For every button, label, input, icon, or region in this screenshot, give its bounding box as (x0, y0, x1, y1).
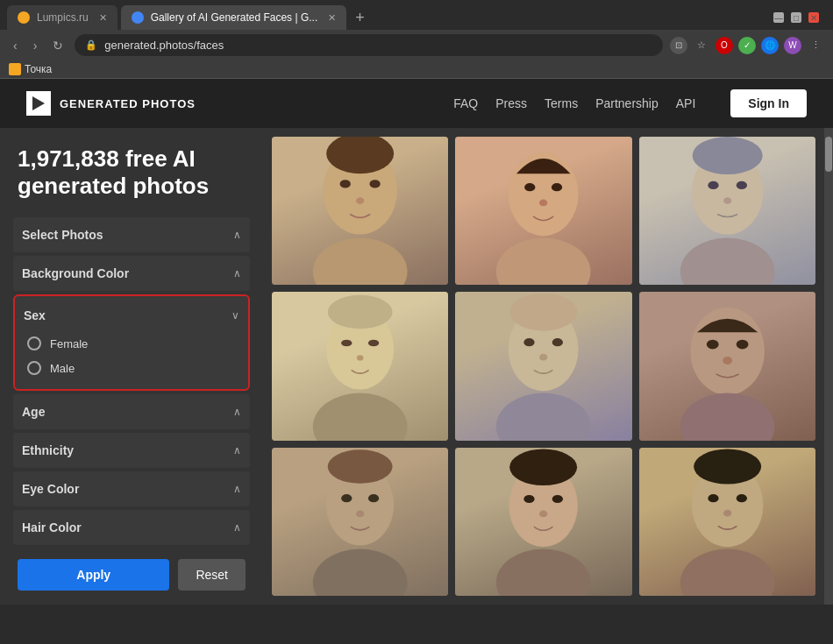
forward-button[interactable]: › (29, 37, 42, 54)
scrollbar[interactable] (824, 128, 833, 605)
svg-point-44 (539, 510, 547, 517)
background-color-chevron: ∧ (233, 267, 241, 280)
svg-point-47 (680, 548, 774, 596)
svg-point-43 (552, 495, 563, 503)
cast-icon[interactable]: ⊡ (670, 37, 687, 54)
bookmark-icon[interactable]: ☆ (693, 37, 710, 54)
tab-favicon-lumpics (18, 11, 30, 24)
app-header: GENERATED PHOTOS FAQ Press Terms Partner… (0, 79, 833, 128)
photo-face-5 (455, 292, 631, 440)
tab-label-generated: Gallery of AI Generated Faces | G... (151, 11, 318, 24)
scroll-thumb[interactable] (825, 137, 832, 172)
photo-cell-8[interactable] (455, 448, 631, 596)
photo-face-2 (455, 137, 631, 285)
tab-lumpics[interactable]: Lumpics.ru ✕ (7, 5, 117, 30)
app-container: GENERATED PHOTOS FAQ Press Terms Partner… (0, 79, 833, 605)
female-radio[interactable] (27, 336, 41, 350)
minimize-button[interactable]: — (773, 12, 784, 23)
opera-icon[interactable]: O (716, 37, 733, 54)
svg-point-2 (340, 180, 351, 188)
svg-point-18 (313, 393, 408, 441)
bookmarks-bar: Точка (0, 60, 833, 79)
svg-point-14 (736, 181, 746, 189)
nav-faq[interactable]: FAQ (453, 96, 478, 110)
photo-cell-7[interactable] (272, 448, 448, 596)
bookmark-tochka[interactable]: Точка (9, 63, 52, 75)
tab-close-lumpics[interactable]: ✕ (99, 12, 107, 24)
eye-color-header[interactable]: Eye Color ∧ (13, 471, 250, 506)
sign-in-button[interactable]: Sign In (730, 89, 807, 117)
svg-point-15 (723, 197, 731, 204)
address-bar[interactable]: 🔒 generated.photos/faces (75, 34, 663, 56)
svg-point-27 (539, 354, 547, 361)
svg-point-9 (552, 183, 562, 191)
male-radio[interactable] (27, 361, 41, 375)
new-tab-button[interactable]: + (350, 9, 370, 27)
tab-favicon-generated (132, 11, 144, 24)
back-button[interactable]: ‹ (9, 37, 22, 54)
nav-api[interactable]: API (676, 96, 696, 110)
apply-button[interactable]: Apply (18, 559, 169, 591)
svg-point-33 (723, 357, 732, 364)
nav-press[interactable]: Press (495, 96, 527, 110)
svg-point-24 (496, 393, 591, 441)
eye-color-section: Eye Color ∧ (13, 471, 250, 506)
hair-color-header[interactable]: Hair Color ∧ (13, 510, 250, 545)
svg-point-30 (680, 393, 774, 441)
reload-button[interactable]: ↻ (48, 37, 68, 54)
photo-cell-2[interactable] (455, 137, 631, 285)
svg-point-48 (708, 494, 718, 502)
svg-point-22 (328, 295, 393, 329)
svg-point-12 (680, 237, 774, 285)
photo-cell-1[interactable] (272, 137, 448, 285)
svg-point-13 (708, 181, 718, 189)
photo-face-8 (455, 448, 631, 596)
svg-point-49 (736, 494, 746, 502)
photo-grid (263, 128, 824, 605)
sex-header[interactable]: Sex ∨ (24, 305, 239, 331)
wallet-icon[interactable]: W (784, 37, 801, 54)
nav-terms[interactable]: Terms (545, 96, 578, 110)
background-color-header[interactable]: Background Color ∧ (13, 256, 250, 291)
tab-close-generated[interactable]: ✕ (328, 12, 336, 24)
svg-point-7 (496, 237, 591, 285)
svg-point-10 (539, 200, 547, 207)
ethnicity-section: Ethnicity ∧ (13, 433, 250, 468)
lock-icon: 🔒 (85, 39, 97, 51)
check-icon[interactable]: ✓ (738, 37, 756, 54)
photo-cell-4[interactable] (272, 292, 448, 440)
female-label: Female (50, 337, 88, 350)
photo-face-7 (272, 448, 448, 596)
select-photos-label: Select Photos (22, 228, 103, 242)
photo-cell-5[interactable] (455, 292, 631, 440)
svg-point-35 (313, 548, 408, 596)
nav-partnership[interactable]: Partnership (595, 96, 659, 110)
ethnicity-header[interactable]: Ethnicity ∧ (13, 433, 250, 468)
logo-text: GENERATED PHOTOS (60, 97, 196, 110)
background-color-section: Background Color ∧ (13, 256, 250, 291)
svg-point-19 (341, 340, 352, 347)
nav-links: FAQ Press Terms Partnership API Sign In (453, 89, 807, 117)
age-header[interactable]: Age ∧ (13, 394, 250, 429)
close-button[interactable]: ✕ (808, 12, 819, 23)
svg-point-38 (356, 510, 364, 517)
apply-reset-row: Apply Reset (13, 559, 250, 591)
eye-color-chevron: ∧ (233, 483, 241, 495)
photo-cell-3[interactable] (639, 137, 815, 285)
male-option[interactable]: Male (24, 356, 239, 380)
male-label: Male (50, 362, 75, 375)
reset-button[interactable]: Reset (178, 559, 246, 591)
tab-generated[interactable]: Gallery of AI Generated Faces | G... ✕ (121, 5, 347, 30)
maximize-button[interactable]: □ (791, 12, 801, 23)
svg-point-50 (723, 509, 731, 516)
globe-icon[interactable]: 🌐 (761, 37, 779, 54)
photo-cell-6[interactable] (639, 292, 815, 440)
logo-icon (26, 91, 51, 116)
select-photos-header[interactable]: Select Photos ∧ (13, 217, 250, 252)
svg-point-51 (694, 449, 761, 484)
female-option[interactable]: Female (24, 331, 239, 356)
menu-icon[interactable]: ⋮ (807, 37, 824, 54)
photo-cell-9[interactable] (639, 448, 815, 596)
hair-color-section: Hair Color ∧ (13, 510, 250, 545)
photo-face-1 (272, 137, 448, 285)
